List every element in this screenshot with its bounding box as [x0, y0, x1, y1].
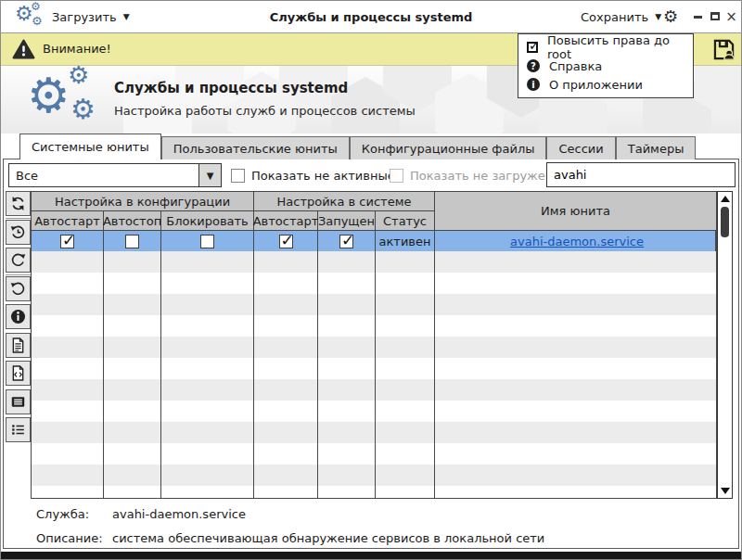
show-inactive-checkbox[interactable] [231, 169, 245, 183]
gear-glyph: ⚙ [31, 1, 41, 12]
chevron-down-icon: ▼ [123, 12, 130, 21]
table-body-empty-rows [32, 251, 716, 499]
table-header: Настройка в конфигурации Настройка в сис… [32, 192, 716, 231]
menu-item-label: О приложении [549, 78, 643, 92]
save-menu-button[interactable]: Сохранить ▼ [581, 1, 661, 32]
page-title: Службы и процессы systemd [114, 80, 348, 96]
info-circle-icon: i [527, 78, 540, 91]
titlebar: ⚙ ⚙ ⚙ Загрузить ▼ Службы и процессы syst… [1, 1, 741, 33]
settings-gear-icon[interactable]: ⚙ [663, 6, 678, 28]
gear-glyph: ⚙ [70, 95, 96, 123]
refresh-button[interactable] [6, 191, 31, 216]
close-icon[interactable]: × [724, 8, 738, 24]
tab-system-units[interactable]: Системные юниты [19, 134, 161, 159]
unit-info-button[interactable] [6, 304, 31, 329]
load-menu-label: Загрузить [52, 10, 117, 24]
gear-glyph: ⚙ [32, 15, 43, 27]
dependencies-list-button[interactable] [6, 417, 31, 442]
unit-type-dropdown-value: Все [9, 169, 198, 183]
col-header-autostop: Автостоп [104, 211, 161, 231]
warning-label: Внимание! [43, 42, 111, 56]
autostart-system-checkbox[interactable] [279, 235, 293, 248]
warning-triangle-icon [12, 38, 35, 61]
scroll-up-icon[interactable] [718, 193, 732, 205]
search-input[interactable] [546, 162, 736, 187]
table-scrollbar[interactable] [717, 191, 733, 499]
service-value: avahi-daemon.service [112, 507, 246, 521]
refresh-icon [9, 195, 27, 212]
group-header-system: Настройка в системе [254, 192, 435, 211]
history-button[interactable] [6, 220, 31, 245]
show-unloaded-checkbox [390, 169, 403, 183]
redo-icon [9, 251, 27, 269]
chevron-down-icon: ▼ [207, 171, 214, 181]
tab-config-files[interactable]: Конфигурационные файлы [350, 136, 547, 159]
status-cell: активен [376, 231, 435, 251]
unit-source-button[interactable] [6, 361, 31, 386]
window-bottom-edge [1, 552, 741, 559]
chevron-down-icon: ▼ [655, 12, 661, 21]
menu-item-label: Повысить права до root [547, 33, 684, 61]
group-header-config: Настройка в конфигурации [32, 192, 254, 211]
info-icon [9, 308, 27, 325]
description-label: Описание: [36, 531, 103, 545]
tab-sessions[interactable]: Сессии [546, 136, 615, 159]
unit-file-button[interactable] [6, 333, 31, 358]
list-icon [9, 421, 27, 439]
app-gears-logo: ⚙ ⚙ ⚙ [27, 66, 115, 134]
file-code-icon [9, 364, 27, 382]
col-header-autostart-config: Автостарт [32, 211, 104, 231]
undo-icon [9, 280, 27, 298]
autostop-checkbox[interactable] [125, 235, 139, 248]
tab-timers[interactable]: Таймеры [616, 136, 697, 159]
col-header-running: Запущен [318, 211, 376, 231]
col-header-block: Блокировать [161, 211, 254, 231]
menu-item-elevate-root[interactable]: Повысить права до root [518, 38, 693, 57]
block-checkbox[interactable] [200, 235, 214, 248]
unit-type-dropdown[interactable]: Все ▼ [8, 163, 222, 187]
unit-name-link[interactable]: avahi-daemon.service [510, 235, 644, 248]
description-value: система обеспечивающая обнаружение серви… [112, 531, 544, 545]
toolbar-separator [6, 218, 31, 219]
col-header-status: Статус [376, 211, 435, 231]
load-menu-button[interactable]: Загрузить ▼ [52, 1, 130, 32]
autostart-config-checkbox[interactable] [60, 235, 74, 248]
redo-button[interactable] [6, 248, 31, 273]
history-icon [9, 223, 27, 241]
show-inactive-label: Показать не активные [251, 169, 395, 183]
maximize-icon[interactable] [708, 8, 722, 24]
tab-user-units[interactable]: Пользовательские юниты [161, 136, 350, 159]
settings-menu: Повысить права до root ? Справка i О при… [518, 33, 694, 98]
col-header-unit-name: Имя юнита [435, 192, 716, 231]
save-as-root-icon[interactable] [711, 37, 736, 62]
col-header-autostart-system: Автостарт [254, 211, 318, 231]
units-table: Настройка в конфигурации Настройка в сис… [31, 191, 717, 499]
window-title: Службы и процессы systemd [140, 1, 602, 32]
scrollbar-thumb[interactable] [721, 207, 729, 237]
running-checkbox[interactable] [339, 235, 353, 248]
save-menu-label: Сохранить [581, 10, 648, 24]
app-window: ⚙ ⚙ ⚙ Загрузить ▼ Службы и процессы syst… [0, 0, 742, 560]
tab-bar: Системные юниты Пользовательские юниты К… [19, 134, 696, 159]
minimize-icon[interactable] [691, 8, 705, 24]
file-icon [9, 337, 27, 354]
gear-glyph: ⚙ [27, 71, 70, 120]
checkbox-checked-icon [527, 42, 538, 53]
question-circle-icon: ? [527, 59, 540, 72]
page-subtitle: Настройка работы служб и процессов систе… [114, 104, 416, 118]
journal-button[interactable] [6, 389, 31, 414]
menu-item-about[interactable]: i О приложении [518, 75, 693, 94]
service-label: Служба: [36, 507, 89, 521]
unit-name-cell: avahi-daemon.service [435, 231, 716, 251]
undo-button[interactable] [6, 276, 31, 301]
table-row[interactable]: активен avahi-daemon.service [32, 231, 716, 251]
scroll-down-icon[interactable] [718, 485, 732, 497]
dropdown-arrow-button[interactable]: ▼ [198, 164, 221, 186]
journal-icon [9, 393, 27, 411]
menu-item-label: Справка [549, 59, 602, 73]
app-gears-icon: ⚙ ⚙ ⚙ [15, 3, 46, 31]
toolbar-separator [6, 274, 31, 275]
gear-glyph: ⚙ [68, 66, 89, 87]
